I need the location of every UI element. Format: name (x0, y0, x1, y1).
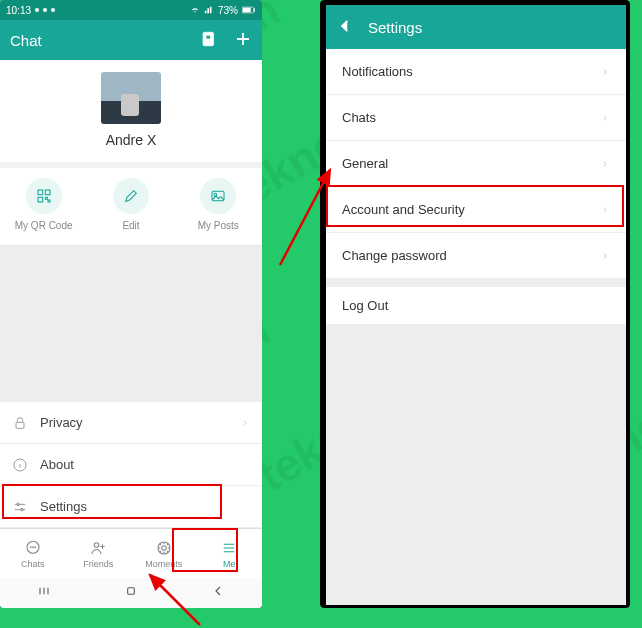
menu-settings[interactable]: Settings (0, 486, 262, 528)
header-settings: Settings (326, 5, 626, 49)
svg-point-26 (95, 542, 100, 547)
add-icon[interactable] (234, 30, 252, 51)
battery-icon (242, 6, 256, 14)
privacy-label: Privacy (40, 415, 83, 430)
info-icon (12, 457, 28, 473)
battery-text: 73% (218, 5, 238, 16)
chats-label: Chats (342, 110, 376, 125)
settings-title: Settings (368, 19, 616, 36)
svg-rect-10 (45, 197, 47, 199)
my-posts-button[interactable]: My Posts (175, 178, 262, 231)
chevron-right-icon (240, 418, 250, 428)
avatar[interactable] (101, 72, 161, 124)
phone-right: Settings Notifications Chats General Acc… (320, 0, 630, 608)
header-title: Chat (10, 32, 200, 49)
sliders-icon (12, 499, 28, 515)
svg-point-23 (30, 546, 31, 547)
chevron-right-icon (600, 67, 610, 77)
chevron-right-icon (600, 205, 610, 215)
svg-rect-37 (128, 588, 135, 595)
logout-label: Log Out (342, 298, 388, 313)
tab-friends[interactable]: Friends (66, 529, 132, 578)
chevron-right-icon (600, 159, 610, 169)
notifications-label: Notifications (342, 64, 413, 79)
tab-bar: Chats Friends Moments Me (0, 528, 262, 578)
menu-about[interactable]: About (0, 444, 262, 486)
settings-label: Settings (40, 499, 87, 514)
settings-chats[interactable]: Chats (326, 95, 626, 141)
picture-icon (210, 188, 226, 204)
general-label: General (342, 156, 388, 171)
moments-icon (155, 539, 173, 557)
svg-point-24 (32, 546, 33, 547)
tab-me-label: Me (223, 559, 236, 569)
back-button[interactable] (336, 17, 354, 38)
svg-rect-8 (45, 190, 50, 195)
bottom-menu: Privacy About Settings (0, 402, 262, 528)
phone-left: 10:13 73% Chat (0, 0, 262, 608)
edit-label: Edit (87, 220, 174, 231)
account-security-label: Account and Security (342, 202, 465, 217)
profile-card[interactable]: Andre X (0, 60, 262, 162)
wifi-icon (190, 5, 200, 15)
svg-rect-14 (16, 422, 24, 428)
settings-notifications[interactable]: Notifications (326, 49, 626, 95)
qr-icon (36, 188, 52, 204)
lock-icon (12, 415, 28, 431)
qr-code-button[interactable]: My QR Code (0, 178, 87, 231)
status-dot-icon (51, 8, 55, 12)
menu-privacy[interactable]: Privacy (0, 402, 262, 444)
settings-general[interactable]: General (326, 141, 626, 187)
posts-label: My Posts (175, 220, 262, 231)
friends-icon (89, 539, 107, 557)
header-chat: Chat (0, 20, 262, 60)
tab-me[interactable]: Me (197, 529, 263, 578)
status-bar: 10:13 73% (0, 0, 262, 20)
chevron-right-icon (600, 113, 610, 123)
nav-recent[interactable] (36, 583, 52, 603)
action-row: My QR Code Edit My Posts (0, 168, 262, 246)
svg-rect-12 (212, 191, 224, 200)
profile-name: Andre X (0, 132, 262, 148)
about-label: About (40, 457, 74, 472)
change-password-label: Change password (342, 248, 447, 263)
svg-rect-4 (206, 35, 211, 39)
contacts-icon[interactable] (200, 30, 218, 51)
svg-rect-9 (38, 197, 43, 202)
nav-back[interactable] (210, 583, 226, 603)
nav-home[interactable] (123, 583, 139, 603)
settings-account-security[interactable]: Account and Security (326, 187, 626, 233)
status-dot-icon (35, 8, 39, 12)
status-dot-icon (43, 8, 47, 12)
chevron-right-icon (600, 251, 610, 261)
tab-moments[interactable]: Moments (131, 529, 197, 578)
pencil-icon (123, 188, 139, 204)
tab-moments-label: Moments (145, 559, 182, 569)
svg-rect-7 (38, 190, 43, 195)
tab-chats[interactable]: Chats (0, 529, 66, 578)
svg-point-30 (162, 545, 167, 550)
signal-icon (204, 5, 214, 15)
svg-point-25 (35, 546, 36, 547)
android-nav (0, 578, 262, 608)
chevron-left-icon (336, 17, 354, 35)
status-time: 10:13 (6, 5, 31, 16)
edit-button[interactable]: Edit (87, 178, 174, 231)
qr-label: My QR Code (0, 220, 87, 231)
settings-logout[interactable]: Log Out (326, 279, 626, 325)
tab-chats-label: Chats (21, 559, 45, 569)
svg-rect-11 (48, 200, 50, 202)
menu-icon (220, 539, 238, 557)
chat-icon (24, 539, 42, 557)
svg-rect-2 (254, 8, 255, 12)
settings-change-password[interactable]: Change password (326, 233, 626, 279)
settings-list: Notifications Chats General Account and … (326, 49, 626, 325)
svg-rect-1 (243, 8, 251, 13)
tab-friends-label: Friends (83, 559, 113, 569)
